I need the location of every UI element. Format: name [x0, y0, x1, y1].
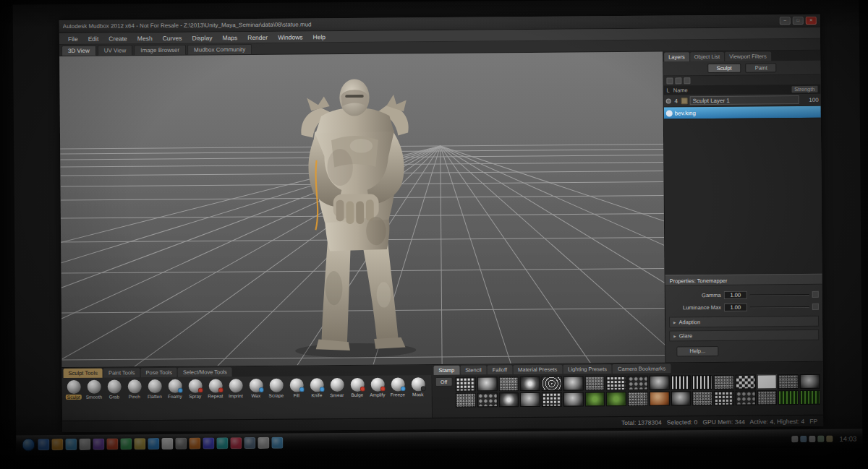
taskbar-app-icon[interactable]: [258, 437, 269, 449]
taskbar-app-icon[interactable]: [230, 437, 242, 449]
tray-icon[interactable]: [809, 435, 816, 442]
view-tab-3d-view[interactable]: 3D View: [61, 46, 96, 56]
tool-smear[interactable]: Smear: [327, 378, 347, 397]
taskbar-app-icon[interactable]: [51, 439, 63, 450]
tray-icon[interactable]: [792, 436, 799, 442]
taskbar-app-icon[interactable]: [216, 437, 228, 449]
stamp-white-thumbnail[interactable]: [757, 374, 777, 389]
stamp-dots-thumbnail[interactable]: [542, 392, 562, 407]
start-button[interactable]: [22, 438, 35, 451]
stamp-gbars-thumbnail[interactable]: [800, 390, 820, 405]
menu-display[interactable]: Display: [188, 33, 217, 42]
tool-tab-sculpt-tools[interactable]: Sculpt Tools: [64, 369, 103, 378]
view-tab-mudbox-community[interactable]: Mudbox Community: [187, 44, 252, 55]
tool-spray[interactable]: Spray: [185, 379, 205, 399]
taskbar-app-icon[interactable]: [120, 438, 132, 449]
stamp-blob-thumbnail[interactable]: [520, 392, 540, 407]
section-adaption[interactable]: ▸Adaption: [669, 316, 819, 328]
add-layer-icon[interactable]: [666, 77, 673, 84]
stamp-gbars-thumbnail[interactable]: [778, 390, 799, 405]
stamp-tab-stamp[interactable]: Stamp: [434, 366, 460, 375]
taskbar-app-icon[interactable]: [175, 438, 187, 449]
stamp-tab-lighting-presets[interactable]: Lighting Presets: [563, 364, 612, 374]
stamp-blob-thumbnail[interactable]: [650, 375, 670, 390]
taskbar-app-icon[interactable]: [65, 439, 77, 450]
tool-wax[interactable]: Wax: [246, 379, 266, 398]
stamp-tab-falloff[interactable]: Falloff: [488, 365, 512, 374]
close-button[interactable]: ✕: [806, 17, 817, 25]
help-button[interactable]: Help...: [676, 346, 718, 356]
taskbar-app-icon[interactable]: [134, 438, 145, 449]
section-glare[interactable]: ▸Glare: [669, 330, 819, 342]
view-tab-image-browser[interactable]: Image Browser: [134, 45, 186, 56]
clock[interactable]: 14:03: [839, 434, 856, 442]
stamp-tab-material-presets[interactable]: Material Presets: [513, 365, 562, 375]
property-value-input[interactable]: 1.00: [724, 291, 747, 299]
paint-mode-button[interactable]: Paint: [746, 63, 777, 72]
stamp-dots-thumbnail[interactable]: [606, 376, 626, 390]
delete-layer-icon[interactable]: [684, 77, 690, 84]
expression-button[interactable]: [812, 291, 819, 298]
stamp-splat-thumbnail[interactable]: [520, 377, 540, 391]
stamp-blob-thumbnail[interactable]: [563, 392, 584, 406]
menu-windows[interactable]: Windows: [273, 33, 307, 41]
stamp-noise-thumbnail[interactable]: [456, 393, 476, 408]
taskbar-app-icon[interactable]: [79, 439, 90, 450]
tool-tab-paint-tools[interactable]: Paint Tools: [103, 368, 140, 377]
tray-icon[interactable]: [801, 435, 807, 442]
menu-help[interactable]: Help: [309, 33, 331, 41]
stamp-leaf-thumbnail[interactable]: [606, 392, 626, 406]
taskbar-app-icon[interactable]: [148, 438, 159, 449]
tool-imprint[interactable]: Imprint: [226, 379, 246, 398]
menu-maps[interactable]: Maps: [218, 33, 242, 42]
view-tab-uv-view[interactable]: UV View: [98, 45, 133, 55]
stamp-blob-thumbnail[interactable]: [563, 376, 583, 390]
layer-visibility-icon[interactable]: [666, 98, 671, 103]
property-slider[interactable]: [750, 293, 809, 296]
stamp-noise-thumbnail[interactable]: [757, 390, 778, 405]
taskbar-app-icon[interactable]: [271, 437, 283, 449]
stamp-dots-thumbnail[interactable]: [456, 377, 476, 392]
menu-curves[interactable]: Curves: [158, 33, 187, 42]
statue-model[interactable]: [247, 59, 462, 359]
stamp-noise-thumbnail[interactable]: [584, 376, 605, 390]
stamp-orange-thumbnail[interactable]: [650, 391, 670, 405]
new-folder-icon[interactable]: [675, 77, 681, 84]
stamp-bars-thumbnail[interactable]: [671, 375, 691, 390]
taskbar-app-icon[interactable]: [38, 439, 49, 450]
stamp-splat-thumbnail[interactable]: [498, 392, 519, 407]
tool-sculpt[interactable]: Sculpt: [64, 380, 84, 400]
taskbar-app-icon[interactable]: [244, 437, 255, 449]
stamp-cells-thumbnail[interactable]: [477, 392, 498, 407]
stamp-noise-thumbnail[interactable]: [692, 391, 712, 405]
panel-tab-layers[interactable]: Layers: [664, 52, 689, 61]
stamp-checker-thumbnail[interactable]: [736, 375, 756, 390]
tool-tab-pose-tools[interactable]: Pose Tools: [140, 368, 177, 377]
tray-icon[interactable]: [827, 435, 833, 442]
stamp-noise-thumbnail[interactable]: [714, 375, 734, 390]
taskbar-app-icon[interactable]: [189, 438, 200, 449]
viewport-3d[interactable]: [59, 52, 665, 368]
menu-file[interactable]: File: [64, 34, 82, 43]
taskbar-app-icon[interactable]: [93, 439, 104, 450]
menu-mesh[interactable]: Mesh: [133, 34, 157, 43]
stamp-cells-thumbnail[interactable]: [628, 376, 648, 390]
stamp-noise-thumbnail[interactable]: [628, 392, 648, 406]
property-value-input[interactable]: 1.00: [724, 304, 747, 311]
tool-bulge[interactable]: Bulge: [347, 378, 367, 397]
stamp-bars-thumbnail[interactable]: [692, 375, 712, 390]
stamp-tab-camera-bookmarks[interactable]: Camera Bookmarks: [613, 363, 671, 374]
menu-edit[interactable]: Edit: [84, 34, 103, 43]
stamp-noise-thumbnail[interactable]: [778, 374, 799, 389]
taskbar-app-icon[interactable]: [161, 438, 173, 449]
panel-tab-object-list[interactable]: Object List: [690, 52, 725, 61]
tool-grab[interactable]: Grab: [104, 379, 124, 399]
layer-row-bev-king[interactable]: bev.king: [664, 106, 821, 120]
maximize-button[interactable]: □: [793, 17, 804, 25]
sculpt-mode-button[interactable]: Sculpt: [707, 64, 741, 73]
taskbar-app-icon[interactable]: [203, 437, 214, 449]
stamp-cells-thumbnail[interactable]: [736, 391, 756, 405]
menu-render[interactable]: Render: [243, 33, 272, 41]
tool-foamy[interactable]: Foamy: [165, 379, 185, 399]
expression-button[interactable]: [812, 304, 819, 310]
